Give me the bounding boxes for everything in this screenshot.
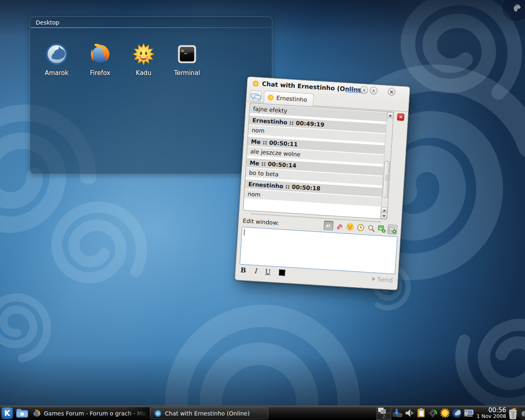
new-window-button[interactable] — [388, 224, 397, 234]
trash-icon[interactable] — [507, 407, 518, 420]
scroll-down-button[interactable] — [381, 212, 387, 219]
terminal-icon: > _ — [176, 43, 198, 65]
search-button[interactable] — [366, 223, 376, 233]
panel-toolbox-icon[interactable] — [518, 407, 525, 420]
home-folder-button[interactable] — [16, 408, 29, 419]
underline-button[interactable]: U — [265, 268, 271, 276]
kadu-tray-icon[interactable] — [440, 408, 450, 418]
scrollbar-thumb[interactable] — [382, 161, 390, 197]
cashew-icon — [511, 4, 522, 14]
window-shade-button[interactable]: ∨ — [360, 86, 368, 94]
clear-button[interactable] — [334, 221, 344, 231]
clock-time: 00:56 — [470, 407, 506, 413]
kadu-icon — [132, 43, 155, 65]
text-caret — [244, 229, 245, 235]
emoticon-icon — [346, 223, 354, 231]
history-clock-icon — [356, 224, 364, 231]
history-button[interactable] — [356, 222, 365, 232]
cashew-icon — [518, 408, 525, 420]
system-tray — [392, 408, 474, 418]
task-label-fade — [125, 407, 149, 419]
italic-button[interactable]: I — [254, 267, 257, 275]
scroll-up-button[interactable] — [387, 112, 393, 119]
desktop-icon-amarok[interactable]: Amarok — [35, 43, 78, 77]
send-arrow-icon — [372, 277, 376, 281]
enter-sends-button[interactable]: ↵ — [324, 220, 333, 230]
chat-tab-label: Ernestinho — [276, 95, 307, 103]
insert-image-icon — [378, 225, 386, 233]
search-icon — [367, 224, 375, 232]
bold-button[interactable]: B — [240, 266, 247, 274]
firefox-icon — [89, 43, 111, 65]
send-button[interactable]: Send — [372, 275, 393, 284]
folder-view-divider — [31, 27, 271, 28]
svg-text:>: > — [181, 48, 184, 54]
chat-window: Chat with Ernestinho (Online) ∨ ∧ × Erne… — [235, 76, 410, 290]
desktop-icon-firefox[interactable]: Firefox — [78, 43, 122, 77]
chat-list-button[interactable] — [249, 90, 262, 101]
updater-icon[interactable] — [428, 408, 438, 418]
enter-key-icon: ↵ — [326, 222, 331, 228]
taskbar-task-firefox[interactable]: Games Forum - Forum o grach - Mozi — [30, 407, 149, 419]
kmenu-button[interactable]: K — [1, 407, 13, 419]
desktop-icon-label: Kadu — [122, 69, 165, 77]
desktop-pager: 2 — [377, 406, 391, 420]
svg-text:_: _ — [184, 48, 187, 54]
volume-icon[interactable] — [404, 408, 415, 418]
chat-bubbles-icon — [250, 91, 262, 102]
clock-date: 1 Nov 2008 — [470, 413, 506, 419]
desktop-icon-kadu[interactable]: Kadu — [122, 43, 165, 77]
kadu-sun-icon — [267, 94, 274, 101]
message-list[interactable]: fajne efekty Ernestinho :: 00:49:19 nom … — [243, 103, 394, 220]
close-chat-button[interactable]: × — [397, 113, 404, 121]
eraser-icon — [335, 222, 343, 230]
insert-image-button[interactable] — [377, 224, 387, 234]
add-button-icon — [388, 225, 397, 233]
clipboard-icon[interactable] — [416, 408, 427, 418]
folder-view-widget: Desktop Amarok Firefox — [30, 16, 272, 174]
window-close-button[interactable]: × — [388, 88, 396, 96]
pager-desktop-1[interactable] — [377, 406, 391, 413]
desktop-icon-label: Amarok — [35, 69, 78, 77]
amarok-tray-icon[interactable] — [452, 408, 462, 418]
desktop-icon-label: Terminal — [165, 69, 209, 77]
taskbar: K Games Forum - Forum o grach - Mozi Cha… — [0, 406, 525, 420]
emoticon-button[interactable] — [345, 222, 355, 232]
task-label: Chat with Ernestinho (Online) — [165, 410, 250, 417]
digital-clock[interactable]: 00:56 1 Nov 2008 — [470, 407, 506, 419]
taskbar-task-chat[interactable]: Chat with Ernestinho (Online) — [150, 407, 268, 419]
amarok-icon — [46, 43, 68, 65]
kadu-sun-icon — [252, 80, 259, 87]
desktop-icon-label: Firefox — [78, 69, 122, 77]
kadu-blue-sun-icon — [154, 409, 162, 418]
window-unshade-button[interactable]: ∧ — [370, 87, 378, 95]
firefox-icon — [33, 409, 41, 418]
folder-view-title: Desktop — [30, 17, 272, 27]
pager-window-icon — [378, 408, 383, 412]
font-color-swatch[interactable] — [278, 269, 285, 276]
desktop-icon-terminal[interactable]: > _ Terminal — [165, 43, 209, 77]
pager-desktop-2[interactable]: 2 — [377, 413, 391, 420]
device-download-icon[interactable] — [392, 408, 403, 418]
